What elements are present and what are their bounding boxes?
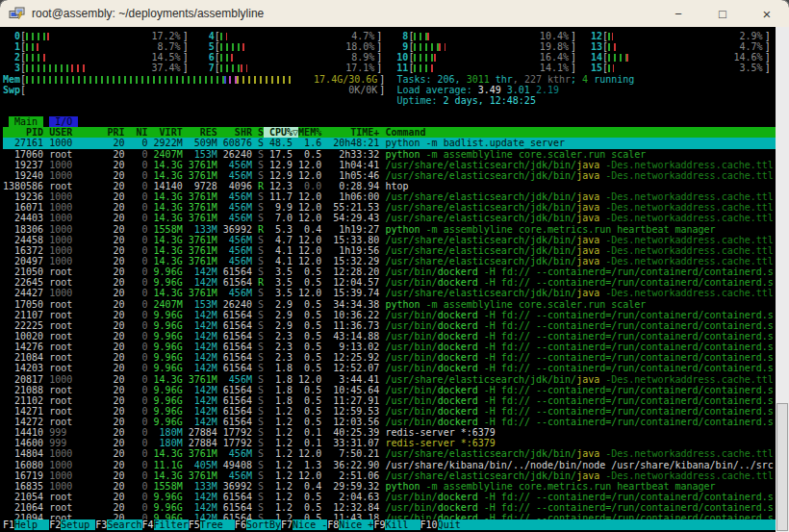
process-row-24427[interactable]: 24427 1000 20 0 14.3G 3761M 456M S 3.5 1…: [3, 288, 776, 298]
priority-cell: 20: [107, 191, 124, 202]
process-row-21054[interactable]: 21054 root 20 0 9.96G 142M 61564 S 1.2 0…: [3, 492, 776, 502]
fkey-f2-setup[interactable]: F2Setup: [49, 519, 95, 531]
shr-cell: 456M: [217, 235, 252, 245]
process-row-22225[interactable]: 22225 root 20 0 9.96G 142M 61564 S 2.9 0…: [3, 320, 776, 331]
priority-cell: 20: [107, 427, 124, 438]
tab-main[interactable]: Main: [9, 116, 43, 127]
shr-cell: 61564: [217, 406, 252, 417]
fkey-f4-filter[interactable]: F4Filter: [142, 519, 189, 531]
meter-segment-red: [434, 54, 440, 62]
process-row-19236[interactable]: 19236 1000 20 0 14.3G 3761M 456M S 11.7 …: [3, 191, 776, 202]
fkey-label: Filter: [154, 519, 189, 531]
state-cell: R: [252, 224, 264, 235]
column-header-time+[interactable]: TIME+: [321, 127, 379, 138]
process-row-14600[interactable]: 14600 999 20 0 180M 27884 17792 S 1.2 0.…: [3, 438, 776, 448]
time-cell: 12:28.20: [321, 266, 379, 277]
column-header-virt[interactable]: VIRT: [148, 127, 183, 138]
scrollbar[interactable]: [776, 27, 789, 532]
column-header-mem%[interactable]: MEM%: [298, 127, 321, 138]
uptime: Uptime: 2 days, 12:48:25: [396, 95, 536, 106]
column-header-pid[interactable]: PID: [3, 127, 43, 138]
process-row-16071[interactable]: 16071 1000 20 0 14.3G 3761M 456M S 9.9 1…: [3, 202, 776, 213]
process-row-10020[interactable]: 10020 root 20 0 9.96G 142M 61564 S 2.3 0…: [3, 331, 776, 342]
process-row-21107[interactable]: 21107 root 20 0 9.96G 142M 61564 S 2.9 0…: [3, 310, 776, 320]
nice-cell: 0: [124, 266, 147, 277]
meter-segment-red: [242, 43, 248, 51]
fkey-f7-nice-[interactable]: F7Nice -: [281, 519, 327, 531]
column-header-cpu%[interactable]: CPU%▽: [264, 127, 298, 138]
process-row-24458[interactable]: 24458 1000 20 0 14.3G 3761M 456M S 4.7 1…: [3, 235, 776, 245]
mem-cell: 0.5: [293, 352, 321, 363]
process-row-14804[interactable]: 14804 1000 20 0 14.3G 3761M 456M S 1.2 1…: [3, 448, 776, 459]
process-row-20497[interactable]: 20497 1000 20 0 14.3G 3761M 456M S 4.1 1…: [3, 256, 776, 266]
process-row-14272[interactable]: 14272 root 20 0 9.96G 142M 61564 S 1.2 0…: [3, 417, 776, 427]
column-header-shr[interactable]: SHR: [217, 127, 252, 138]
process-row-21088[interactable]: 21088 root 20 0 9.96G 142M 61564 S 1.8 0…: [3, 385, 776, 395]
fkey-label: Help: [14, 519, 49, 531]
minimize-button[interactable]: −: [656, 0, 700, 27]
column-header-pri[interactable]: PRI: [107, 127, 124, 138]
nice-cell: 0: [124, 288, 147, 298]
time-cell: 11:36.73: [321, 320, 379, 331]
fkey-f5-tree[interactable]: F5Tree: [189, 519, 235, 531]
process-row-27161[interactable]: 27161 1000 20 0 2922M 509M 60876 S 48.5 …: [3, 138, 776, 148]
res-cell: 142M: [183, 331, 217, 342]
process-row-17060[interactable]: 17060 root 20 0 2407M 153M 26240 S 17.5 …: [3, 149, 776, 160]
cpu-cell: 1.2: [264, 492, 293, 502]
meter-value: 37.4%: [152, 63, 181, 73]
process-row-14203[interactable]: 14203 root 20 0 9.96G 142M 61564 S 1.8 0…: [3, 363, 776, 373]
process-row-18306[interactable]: 18306 1000 20 0 1558M 133M 36992 R 5.3 0…: [3, 224, 776, 235]
process-row-14276[interactable]: 14276 root 20 0 9.96G 142M 61564 S 2.3 0…: [3, 342, 776, 352]
tab-io[interactable]: I/O: [49, 116, 78, 127]
process-row-14410[interactable]: 14410 999 20 0 180M 27884 17792 S 1.2 0.…: [3, 427, 776, 438]
scrollbar-thumb[interactable]: [776, 403, 788, 531]
cpu-cell: 3.5: [264, 277, 293, 288]
process-row-24403[interactable]: 24403 1000 20 0 14.3G 3761M 456M S 7.0 1…: [3, 213, 776, 223]
column-header-res[interactable]: RES: [183, 127, 217, 138]
meter-value: 14.6%: [734, 52, 763, 63]
time-cell: 15:39.74: [321, 288, 379, 298]
memory-line: Mem[17.4G/30.6G] Tasks: 206, 3011 thr, 2…: [3, 74, 776, 85]
process-row-19240[interactable]: 19240 1000 20 0 14.3G 3761M 456M S 12.9 …: [3, 170, 776, 181]
cpu-cell: 1.8: [264, 363, 293, 373]
fkey-f10-quit[interactable]: F10Quit: [420, 519, 472, 531]
column-header-command[interactable]: Command: [379, 127, 425, 138]
process-row-21084[interactable]: 21084 root 20 0 9.96G 142M 61564 S 2.3 0…: [3, 352, 776, 363]
process-row-16372[interactable]: 16372 1000 20 0 14.3G 3761M 456M S 4.1 1…: [3, 245, 776, 256]
mem-cell: 0.0: [293, 181, 321, 191]
process-row-16080[interactable]: 16080 1000 20 0 11.1G 405M 49408 S 1.2 1…: [3, 460, 776, 470]
res-cell: 509M: [183, 138, 217, 148]
process-row-22645[interactable]: 22645 root 20 0 9.96G 142M 61564 R 3.5 0…: [3, 277, 776, 288]
shr-cell: 61564: [217, 310, 252, 320]
fkey-f1-help[interactable]: F1Help: [3, 519, 49, 531]
fkey-f6-sortby[interactable]: F6SortBy: [235, 519, 281, 531]
process-row-16835[interactable]: 16835 1000 20 0 1558M 133M 36992 S 1.2 0…: [3, 481, 776, 492]
fkey-f3-search[interactable]: F3Search: [95, 519, 141, 531]
meter-value: 17.2%: [152, 31, 181, 41]
cpu-cell: 12.3: [264, 181, 293, 191]
column-header-s[interactable]: S: [252, 127, 264, 138]
time-cell: 12:03.56: [321, 417, 379, 427]
column-header-ni[interactable]: NI: [124, 127, 147, 138]
close-button[interactable]: ×: [745, 0, 789, 27]
cpu-meter-5: 5[18.0%]: [197, 41, 392, 52]
user-cell: root: [43, 320, 107, 331]
cpu-meter-4: 4[4.7%]: [197, 31, 392, 41]
nice-cell: 0: [124, 470, 147, 481]
maximize-button[interactable]: □: [700, 0, 745, 27]
process-row-21064[interactable]: 21064 root 20 0 9.96G 142M 61564 S 1.2 0…: [3, 502, 776, 513]
process-row-19237[interactable]: 19237 1000 20 0 14.3G 3761M 456M S 12.9 …: [3, 160, 776, 170]
process-row-21050[interactable]: 21050 root 20 0 9.96G 142M 61564 S 3.5 0…: [3, 266, 776, 277]
process-row-17050[interactable]: 17050 root 20 0 2407M 153M 26240 S 2.9 0…: [3, 299, 776, 310]
process-row-14271[interactable]: 14271 root 20 0 9.96G 142M 61564 S 1.2 0…: [3, 406, 776, 417]
meter-segment-red: [427, 33, 431, 40]
fkey-f9-kill[interactable]: F9Kill: [373, 519, 420, 531]
process-row-21102[interactable]: 21102 root 20 0 9.96G 142M 61564 S 1.8 0…: [3, 395, 776, 406]
fkey-f8-nice+[interactable]: F8Nice +: [327, 519, 373, 531]
cpu-cell: 3.5: [264, 288, 293, 298]
process-row-20817[interactable]: 20817 1000 20 0 14.3G 3761M 456M S 1.8 1…: [3, 374, 776, 385]
process-row-1380586[interactable]: 1380586 root 20 0 14140 9728 4096 R 12.3…: [3, 181, 776, 191]
command-cell: /usr/bin/dockerd -H fd:// --containerd=/…: [379, 331, 776, 342]
process-row-16719[interactable]: 16719 1000 20 0 14.3G 3761M 456M S 1.2 1…: [3, 470, 776, 481]
column-header-user[interactable]: USER: [43, 127, 107, 138]
